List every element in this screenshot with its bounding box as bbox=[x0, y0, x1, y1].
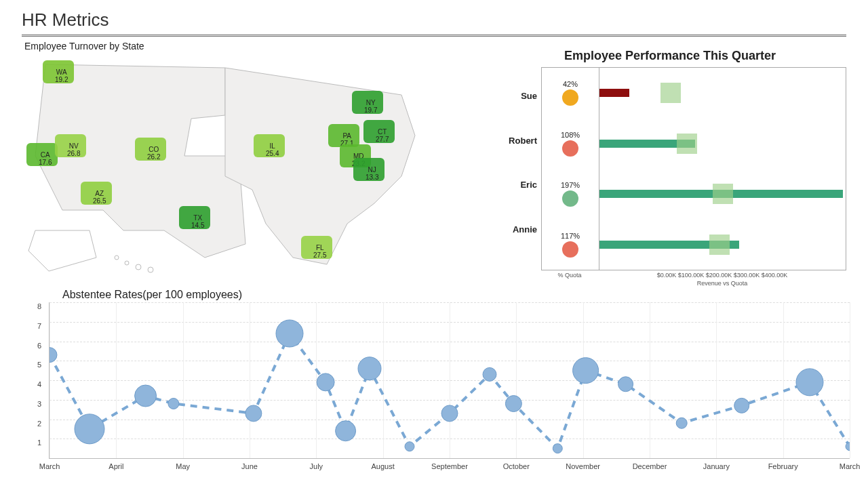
y-tick: 8 bbox=[37, 302, 41, 310]
data-point[interactable] bbox=[168, 399, 179, 409]
x-tick: June bbox=[241, 462, 258, 470]
x-tick: September bbox=[431, 462, 468, 470]
revenue-row[interactable] bbox=[599, 220, 846, 270]
quota-marker bbox=[660, 83, 681, 103]
state-label-ct: CT27.7 bbox=[376, 128, 389, 143]
quota-column: 42%108%197%117% bbox=[541, 67, 599, 270]
y-tick: 7 bbox=[37, 322, 41, 330]
quota-pct: 117% bbox=[561, 232, 580, 240]
map-title: Employee Turnover by State bbox=[24, 41, 480, 52]
data-point[interactable] bbox=[676, 418, 687, 428]
performance-title: Employee Performance This Quarter bbox=[494, 49, 846, 63]
absentee-title: Abstentee Rates(per 100 employees) bbox=[62, 289, 846, 301]
perf-name: Eric bbox=[494, 180, 541, 190]
quota-dot-icon bbox=[562, 241, 578, 258]
x-tick: January bbox=[703, 462, 730, 470]
svg-point-2 bbox=[136, 264, 141, 270]
y-tick: 4 bbox=[37, 380, 41, 388]
data-point[interactable] bbox=[75, 414, 104, 444]
x-tick: October bbox=[503, 462, 530, 470]
absentee-svg bbox=[50, 302, 850, 458]
revenue-axis-label: Revenue vs Quota bbox=[598, 280, 846, 287]
x-tick: May bbox=[176, 462, 190, 470]
svg-point-0 bbox=[115, 256, 119, 260]
quota-dot-icon bbox=[562, 89, 578, 106]
data-point[interactable] bbox=[405, 442, 414, 451]
state-label-wa: WA19.2 bbox=[55, 68, 68, 83]
perf-name: Annie bbox=[494, 224, 541, 235]
perf-name: Robert bbox=[494, 136, 541, 146]
performance-names: SueRobertEricAnnie bbox=[494, 67, 541, 270]
revenue-row[interactable] bbox=[599, 169, 846, 220]
quota-axis-label: % Quota bbox=[541, 272, 598, 279]
divider bbox=[22, 35, 846, 37]
x-tick: August bbox=[372, 462, 395, 470]
page-title: HR Metrics bbox=[22, 9, 846, 30]
data-point[interactable] bbox=[483, 367, 496, 381]
quota-marker bbox=[713, 184, 733, 204]
quota-dot-icon bbox=[562, 190, 578, 207]
quota-cell[interactable]: 108% bbox=[542, 119, 599, 169]
revenue-column bbox=[599, 67, 846, 270]
y-tick: 2 bbox=[37, 420, 41, 428]
quota-cell[interactable]: 117% bbox=[542, 220, 599, 270]
x-tick: April bbox=[108, 462, 123, 470]
svg-point-1 bbox=[125, 261, 129, 265]
absentee-panel: Abstentee Rates(per 100 employees) 12345… bbox=[22, 289, 846, 459]
quota-marker bbox=[709, 235, 730, 255]
x-tick: December bbox=[633, 462, 667, 470]
data-point[interactable] bbox=[618, 377, 633, 392]
state-label-tx: TX14.5 bbox=[191, 214, 204, 229]
data-point[interactable] bbox=[135, 385, 157, 407]
data-point[interactable] bbox=[441, 405, 458, 422]
state-label-fl: FL27.5 bbox=[313, 244, 326, 259]
x-tick: March bbox=[39, 462, 60, 470]
y-tick: 5 bbox=[37, 361, 41, 369]
state-label-co: CO26.2 bbox=[147, 146, 160, 161]
x-tick: March bbox=[840, 462, 861, 470]
turnover-map-panel: Employee Turnover by State WA19.2CA17.6N… bbox=[22, 41, 480, 285]
quota-cell[interactable]: 197% bbox=[542, 169, 599, 220]
data-point[interactable] bbox=[573, 358, 599, 384]
us-map[interactable]: WA19.2CA17.6NV26.8AZ26.5CO26.2TX14.5IL25… bbox=[22, 54, 442, 278]
revenue-bar bbox=[599, 89, 629, 97]
quota-pct: 42% bbox=[563, 80, 578, 88]
data-point[interactable] bbox=[276, 320, 303, 347]
x-tick: July bbox=[310, 462, 323, 470]
data-point[interactable] bbox=[734, 398, 749, 413]
absentee-chart[interactable]: 12345678MarchAprilMayJuneJulyAugustSepte… bbox=[49, 302, 850, 459]
data-point[interactable] bbox=[796, 369, 823, 396]
revenue-row[interactable] bbox=[599, 119, 846, 169]
quota-cell[interactable]: 42% bbox=[542, 68, 599, 119]
data-point[interactable] bbox=[317, 373, 334, 391]
quota-pct: 197% bbox=[561, 181, 580, 189]
state-label-il: IL25.4 bbox=[266, 142, 279, 157]
x-tick: February bbox=[768, 462, 798, 470]
quota-pct: 108% bbox=[561, 131, 580, 139]
quota-marker bbox=[677, 134, 697, 154]
data-point[interactable] bbox=[846, 443, 850, 451]
state-label-nv: NV26.8 bbox=[67, 142, 80, 157]
svg-point-3 bbox=[148, 267, 153, 272]
data-point[interactable] bbox=[245, 405, 262, 422]
state-label-ny: NY19.7 bbox=[364, 99, 377, 114]
data-point[interactable] bbox=[358, 357, 381, 380]
y-tick: 6 bbox=[37, 342, 41, 350]
state-label-az: AZ26.5 bbox=[93, 190, 106, 205]
x-tick: November bbox=[566, 462, 600, 470]
revenue-axis: $0.00K $100.00K $200.00K $300.00K $400.0… bbox=[598, 272, 846, 279]
data-point[interactable] bbox=[553, 444, 562, 453]
perf-name: Sue bbox=[494, 91, 541, 101]
data-point[interactable] bbox=[336, 421, 356, 441]
state-label-ca: CA17.6 bbox=[39, 151, 52, 166]
revenue-row[interactable] bbox=[599, 68, 846, 119]
y-tick: 1 bbox=[37, 439, 41, 447]
state-label-nj: NJ13.3 bbox=[366, 166, 378, 181]
performance-panel: Employee Performance This Quarter SueRob… bbox=[494, 41, 846, 285]
data-point[interactable] bbox=[50, 348, 57, 363]
quota-dot-icon bbox=[562, 140, 578, 157]
data-point[interactable] bbox=[505, 396, 521, 412]
y-tick: 3 bbox=[37, 400, 41, 408]
